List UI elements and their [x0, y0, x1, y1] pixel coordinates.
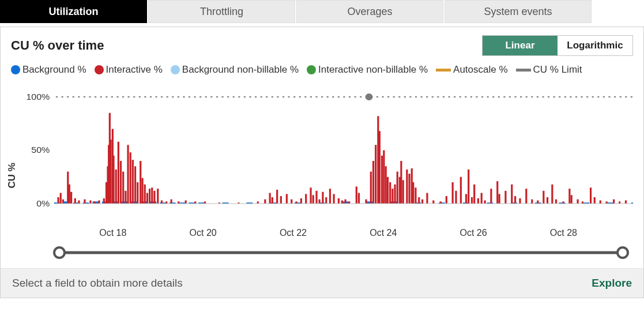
svg-rect-162	[582, 201, 583, 204]
svg-rect-86	[280, 196, 282, 204]
svg-rect-78	[204, 201, 206, 204]
svg-rect-169	[625, 200, 627, 204]
svg-rect-121	[400, 161, 402, 204]
svg-rect-22	[367, 201, 373, 204]
svg-rect-74	[171, 200, 172, 204]
svg-rect-115	[387, 177, 389, 204]
svg-rect-148	[511, 185, 513, 204]
svg-rect-60	[130, 152, 131, 204]
limit-marker-icon	[366, 93, 373, 100]
legend-item-int-nonbill[interactable]: Interactive non-billable %	[307, 64, 428, 76]
tab-overages[interactable]: Overages	[296, 0, 443, 23]
svg-rect-126	[412, 182, 414, 204]
svg-rect-92	[310, 187, 311, 204]
legend-item-autoscale[interactable]: Autoscale %	[436, 64, 508, 76]
xtick: Oct 26	[460, 228, 487, 238]
ytick-50: 50%	[31, 145, 50, 154]
svg-rect-65	[141, 178, 143, 204]
dot-icon	[11, 65, 20, 74]
legend-item-bg-nonbill[interactable]: Background non-billable %	[171, 64, 299, 76]
svg-rect-146	[498, 194, 500, 204]
ytick-100: 100%	[26, 92, 50, 101]
svg-rect-58	[125, 191, 126, 204]
chart-plot[interactable]: 0% 50% 100%	[19, 82, 633, 227]
interactive-series	[57, 113, 627, 204]
legend-item-interactive[interactable]: Interactive %	[95, 64, 163, 76]
ytick-0: 0%	[36, 198, 50, 208]
tab-system-events[interactable]: System events	[445, 0, 592, 23]
svg-rect-77	[194, 201, 196, 204]
legend-item-cu-limit[interactable]: CU % Limit	[516, 64, 582, 76]
svg-rect-54	[115, 170, 117, 204]
svg-rect-109	[375, 145, 376, 204]
svg-rect-122	[402, 180, 404, 204]
svg-rect-156	[551, 185, 553, 204]
svg-rect-97	[325, 197, 327, 204]
svg-rect-104	[356, 186, 357, 204]
svg-rect-35	[60, 193, 62, 204]
svg-rect-144	[490, 189, 492, 204]
svg-rect-95	[318, 200, 320, 204]
svg-rect-94	[315, 191, 317, 204]
svg-rect-63	[137, 182, 138, 204]
svg-rect-141	[477, 198, 479, 204]
svg-rect-90	[300, 198, 302, 204]
legend-item-background[interactable]: Background %	[11, 64, 86, 76]
svg-rect-160	[571, 195, 573, 204]
slider-track	[59, 251, 623, 254]
svg-rect-114	[385, 166, 387, 204]
svg-rect-46	[103, 198, 105, 204]
svg-rect-42	[84, 200, 85, 204]
xtick: Oct 22	[280, 228, 307, 238]
footer-hint-text: Select a field to obtain more details	[12, 277, 183, 290]
svg-rect-98	[329, 189, 331, 204]
svg-rect-56	[120, 161, 122, 204]
xtick: Oct 18	[99, 228, 126, 238]
svg-rect-87	[286, 194, 288, 204]
tabs-bar: Utilization Throttling Overages System e…	[0, 0, 644, 23]
svg-rect-164	[594, 197, 596, 204]
scale-toggle: Linear Logarithmic	[482, 35, 633, 56]
svg-rect-101	[341, 200, 343, 204]
svg-rect-139	[471, 197, 473, 204]
svg-rect-153	[537, 200, 538, 204]
svg-rect-119	[397, 172, 398, 204]
chart-panel: CU % over time Linear Logarithmic Backgr…	[0, 27, 644, 298]
svg-rect-68	[149, 189, 150, 204]
svg-rect-117	[391, 189, 393, 204]
explore-button[interactable]: Explore	[592, 277, 632, 290]
slider-handle-start[interactable]	[53, 246, 66, 259]
time-range-slider[interactable]	[59, 243, 623, 262]
xtick: Oct 20	[190, 228, 217, 238]
svg-rect-137	[465, 194, 467, 204]
svg-rect-59	[127, 145, 129, 204]
slider-handle-end[interactable]	[616, 246, 629, 259]
tab-utilization[interactable]: Utilization	[0, 0, 147, 23]
svg-rect-127	[415, 187, 416, 204]
svg-rect-136	[460, 177, 462, 204]
scale-log-button[interactable]: Logarithmic	[558, 36, 632, 55]
svg-rect-44	[93, 201, 95, 204]
svg-rect-124	[408, 174, 410, 204]
tab-throttling[interactable]: Throttling	[148, 0, 295, 23]
svg-rect-93	[312, 195, 314, 204]
legend: Background % Interactive % Background no…	[1, 56, 643, 80]
svg-rect-138	[468, 170, 469, 204]
svg-rect-96	[322, 192, 323, 204]
chart-title: CU % over time	[11, 38, 104, 53]
svg-rect-163	[590, 187, 592, 204]
scale-linear-button[interactable]: Linear	[483, 36, 558, 55]
svg-rect-168	[619, 201, 620, 204]
svg-rect-99	[333, 194, 334, 204]
svg-rect-105	[358, 193, 360, 204]
svg-rect-151	[525, 189, 527, 204]
svg-rect-89	[295, 201, 297, 204]
svg-rect-57	[122, 172, 124, 204]
svg-rect-61	[132, 160, 134, 204]
svg-rect-41	[78, 200, 80, 204]
svg-rect-145	[496, 181, 498, 204]
svg-rect-34	[57, 197, 59, 204]
svg-rect-112	[381, 156, 383, 204]
svg-rect-152	[531, 200, 533, 204]
svg-rect-116	[389, 182, 391, 204]
